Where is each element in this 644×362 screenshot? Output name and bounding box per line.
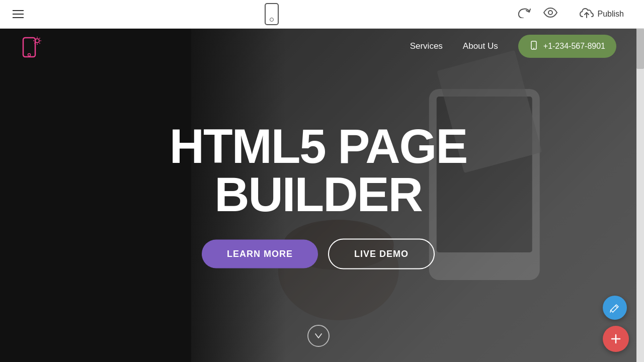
publish-label: Publish	[598, 10, 624, 19]
svg-line-23	[610, 310, 611, 312]
svg-line-19	[34, 43, 35, 43]
hero-title-line1: HTML5 PAGE	[170, 119, 467, 172]
svg-line-22	[615, 306, 617, 308]
toolbar-left	[10, 8, 26, 21]
toolbar-right: Publish	[517, 4, 634, 25]
fab-container	[603, 296, 629, 352]
scrollbar[interactable]	[636, 29, 644, 362]
fab-add-button[interactable]	[603, 326, 629, 352]
hero-nav: Services About Us +1-234-567-8901	[0, 29, 636, 64]
preview-eye-icon[interactable]	[543, 8, 557, 21]
toolbar: Publish	[0, 0, 644, 29]
logo-icon	[20, 34, 45, 59]
toolbar-center	[265, 3, 279, 25]
mobile-preview-icon[interactable]	[265, 3, 279, 25]
hero-section: Services About Us +1-234-567-8901 HTML5 …	[0, 29, 636, 362]
hero-title-line2: BUILDER	[214, 167, 422, 221]
plus-add-icon	[610, 333, 622, 345]
nav-links: Services About Us +1-234-567-8901	[410, 35, 616, 58]
nav-services-link[interactable]: Services	[410, 41, 443, 51]
nav-about-link[interactable]: About Us	[463, 41, 498, 51]
publish-cloud-icon	[580, 8, 594, 21]
hero-text: HTML5 PAGE BUILDER LEARN MORE LIVE DEMO	[64, 122, 573, 269]
live-demo-button[interactable]: LIVE DEMO	[328, 238, 435, 269]
nav-phone-number: +1-234-567-8901	[543, 42, 605, 51]
fab-edit-button[interactable]	[603, 296, 627, 320]
phone-nav-icon	[529, 41, 538, 52]
main-content: Services About Us +1-234-567-8901 HTML5 …	[0, 29, 636, 362]
svg-point-0	[548, 11, 552, 15]
svg-line-16	[34, 38, 35, 38]
publish-button[interactable]: Publish	[570, 4, 634, 25]
scroll-down-button[interactable]	[307, 325, 330, 347]
hamburger-icon[interactable]	[10, 8, 26, 21]
scrollbar-thumb[interactable]	[636, 29, 644, 69]
hero-buttons: LEARN MORE LIVE DEMO	[64, 238, 573, 269]
chevron-down-icon	[314, 331, 323, 340]
pencil-edit-icon	[609, 302, 620, 313]
logo	[20, 34, 45, 59]
svg-point-21	[533, 48, 534, 49]
hero-title: HTML5 PAGE BUILDER	[64, 122, 573, 218]
learn-more-button[interactable]: LEARN MORE	[202, 239, 318, 268]
undo-icon[interactable]	[517, 7, 531, 21]
svg-point-10	[28, 54, 31, 56]
nav-phone-button[interactable]: +1-234-567-8901	[518, 35, 616, 58]
svg-line-18	[39, 38, 40, 38]
svg-line-17	[39, 43, 40, 43]
